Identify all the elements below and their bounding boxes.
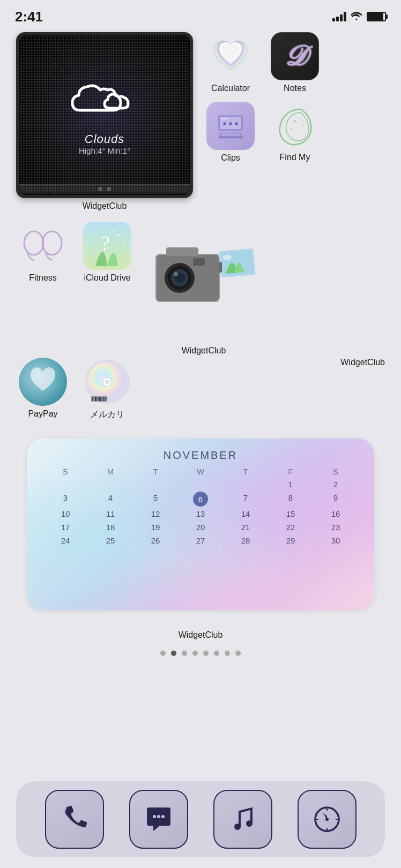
messages-icon [143,803,175,835]
svg-rect-43 [102,397,102,401]
cal-week-4: 17 18 19 20 21 22 23 [43,521,358,533]
svg-rect-26 [193,258,205,266]
svg-point-24 [174,272,178,276]
cal-header: S M T W T F S [43,467,358,476]
camera-widget[interactable] [145,222,263,339]
svg-rect-4 [218,137,243,138]
notes-label: Notes [284,84,306,93]
svg-rect-25 [166,247,198,256]
music-icon [227,803,259,835]
findmy-app[interactable]: Find My [268,102,322,163]
fitness-label: Fitness [29,273,57,283]
cal-week-3: 10 11 12 13 14 15 16 [43,508,358,520]
clips-app[interactable]: Clips [204,102,257,163]
weather-temp: High:4° Min:1° [79,146,130,155]
calendar-widget-label: WidgetClub [179,630,223,640]
row-3: PayPay [16,358,385,420]
fitness-app[interactable]: Fitness [16,222,70,283]
svg-rect-39 [96,397,97,401]
page-dot-0 [160,651,166,656]
page-dot-6 [225,651,230,656]
svg-rect-37 [94,397,94,401]
battery-icon [367,12,386,21]
findmy-label: Find My [280,153,310,162]
svg-point-48 [157,815,160,818]
paypay-icon [19,358,67,406]
dock-music[interactable] [213,790,272,849]
cal-week-2: 3 4 5 6 7 8 9 [43,492,358,507]
camera-widget-label: WidgetClub [182,346,226,356]
weather-widget[interactable]: Clouds High:4° Min:1° [16,32,193,198]
icon-row-1: Calculator 𝒟 Notes [204,32,385,93]
icloud-app[interactable]: ? iCloud Drive [80,222,134,283]
cal-week-1: 0 0 0 0 0 1 2 [43,478,358,490]
dock-messages[interactable] [129,790,188,849]
calendar-grid: S M T W T F S 0 0 0 0 0 1 2 [43,467,358,547]
cloud-icon [67,76,142,124]
dock-safari[interactable] [298,790,357,849]
calendar-month: NOVEMBER [43,449,358,462]
svg-point-49 [161,815,165,818]
svg-point-12 [24,231,43,255]
svg-point-16 [122,241,124,243]
calculator-label: Calculator [211,84,250,93]
svg-rect-46 [106,397,107,401]
svg-point-8 [235,122,238,125]
notes-icon: 𝒟 [271,32,319,80]
wifi-icon [351,11,362,23]
cal-week-5: 24 25 26 27 28 29 30 [43,534,358,547]
signal-bars-icon [332,12,346,21]
paypay-label: PayPay [28,409,57,419]
safari-icon [311,803,343,835]
calendar-section: NOVEMBER S M T W T F S 0 0 0 0 0 1 [16,422,385,640]
calendar-widget[interactable]: NOVEMBER S M T W T F S 0 0 0 0 0 1 [27,439,374,610]
paypay-app[interactable]: PayPay [16,358,70,419]
status-icons [332,11,386,23]
findmy-icon [272,102,318,149]
svg-point-6 [223,122,226,125]
svg-rect-38 [95,397,96,401]
row-2: Fitness ? iCloud Drive [16,222,385,356]
clips-icon [206,102,255,150]
page-dot-7 [235,651,241,656]
svg-rect-44 [103,397,104,401]
icloud-icon: ? [83,222,131,270]
notes-app[interactable]: 𝒟 Notes [268,32,322,93]
svg-point-15 [117,234,119,236]
mercari-app[interactable]: メルカリ [80,358,134,420]
svg-point-34 [105,380,109,384]
right-icons-col: Calculator 𝒟 Notes [204,32,385,163]
svg-point-50 [234,824,241,830]
page-dot-1 [171,651,176,656]
home-screen: Clouds High:4° Min:1° WidgetClub [0,27,401,672]
svg-point-11 [291,129,292,131]
camera-widget2-label: WidgetClub [340,358,385,367]
notes-d-symbol: 𝒟 [283,40,307,72]
svg-point-53 [325,818,329,821]
calculator-icon [206,32,255,80]
svg-point-47 [153,815,156,818]
mercari-icon [83,358,131,406]
icloud-label: iCloud Drive [84,273,130,283]
svg-point-13 [42,231,62,255]
status-bar: 2:41 [0,0,401,27]
page-dots [16,651,385,656]
svg-rect-2 [221,118,227,119]
phone-icon [58,803,91,835]
dock-phone[interactable] [45,790,104,849]
camera-widget-container: WidgetClub [145,222,263,356]
clips-label: Clips [221,153,240,163]
today-cell: 6 [193,492,208,507]
page-dot-5 [214,651,219,656]
weather-text: Clouds High:4° Min:1° [79,132,130,155]
svg-point-51 [246,820,253,827]
calculator-app[interactable]: Calculator [204,32,257,93]
page-dot-3 [192,651,198,656]
svg-rect-5 [221,134,240,136]
weather-city: Clouds [79,132,130,146]
svg-rect-40 [98,397,99,401]
weather-widget-label: WidgetClub [83,201,127,211]
dock [16,781,385,857]
svg-point-10 [302,125,304,126]
fitness-icon [19,222,67,270]
